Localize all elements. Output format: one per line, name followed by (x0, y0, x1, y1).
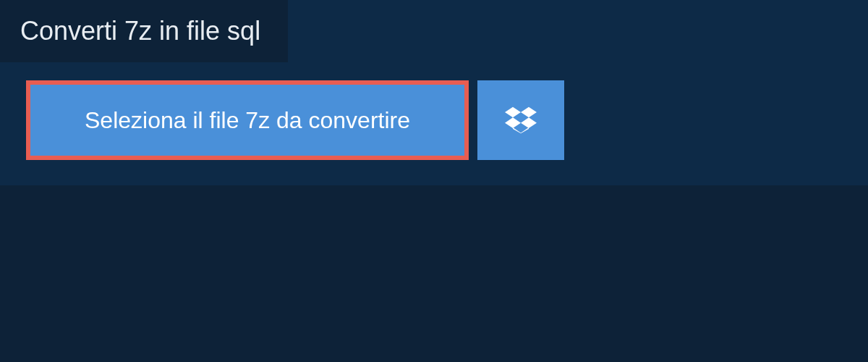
action-row: Seleziona il file 7z da convertire (0, 62, 868, 160)
dropbox-button[interactable] (477, 80, 564, 160)
converter-panel: Converti 7z in file sql Seleziona il fil… (0, 0, 868, 185)
dropbox-icon (505, 104, 537, 136)
select-file-label: Seleziona il file 7z da convertire (85, 107, 410, 134)
page-title: Converti 7z in file sql (0, 0, 288, 62)
select-file-button[interactable]: Seleziona il file 7z da convertire (26, 80, 469, 160)
page-title-text: Converti 7z in file sql (20, 16, 260, 46)
